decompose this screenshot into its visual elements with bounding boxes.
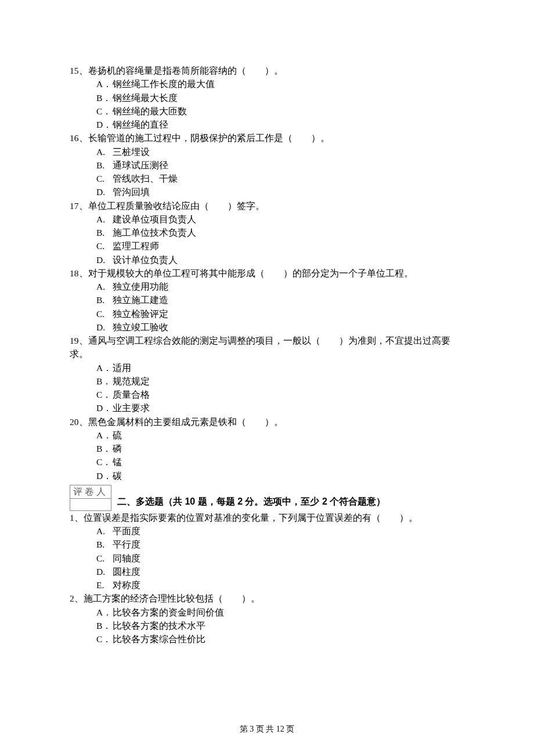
option-letter: C. xyxy=(96,307,113,321)
q-number: 1、 xyxy=(70,513,84,523)
option-b: B.独立施工建造 xyxy=(96,293,464,307)
grader-box: 评卷人 xyxy=(70,485,111,511)
option-c: C．钢丝绳的最大匝数 xyxy=(96,105,464,118)
q-number: 15、 xyxy=(70,66,88,75)
question-15: 15、卷扬机的容绳量是指卷筒所能容纳的（ ）。 A．钢丝绳工作长度的最大值 B．… xyxy=(70,64,464,131)
question-stem: 1、位置误差是指实际要素的位置对基准的变化量，下列属于位置误差的有（ ）。 xyxy=(70,511,464,524)
option-text: 钢丝绳最大长度 xyxy=(113,93,178,103)
option-letter: B. xyxy=(96,293,113,307)
multi-question-1: 1、位置误差是指实际要素的位置对基准的变化量，下列属于位置误差的有（ ）。 A.… xyxy=(70,511,464,592)
question-stem: 16、长输管道的施工过程中，阴极保护的紧后工作是（ ）。 xyxy=(70,131,464,145)
option-letter: B. xyxy=(96,226,113,239)
option-letter: A． xyxy=(96,77,113,91)
option-b: B.平行度 xyxy=(96,538,464,551)
option-c: C.监理工程师 xyxy=(96,239,464,253)
option-text: 独立检验评定 xyxy=(113,309,168,319)
question-17: 17、单位工程质量验收结论应由（ ）签字。 A.建设单位项目负责人 B.施工单位… xyxy=(70,199,464,267)
option-a: A.建设单位项目负责人 xyxy=(96,213,464,226)
option-letter: A. xyxy=(96,145,113,159)
option-b: B．钢丝绳最大长度 xyxy=(96,91,464,105)
option-text: 平面度 xyxy=(113,526,140,536)
grader-blank xyxy=(70,499,111,510)
option-text: 独立施工建造 xyxy=(113,295,168,305)
option-b: B．比较各方案的技术水平 xyxy=(96,619,464,632)
option-text: 同轴度 xyxy=(113,553,140,563)
option-letter: D． xyxy=(96,118,113,131)
option-letter: B. xyxy=(96,159,113,172)
option-letter: B． xyxy=(96,442,113,455)
option-letter: C． xyxy=(96,105,113,118)
question-stem: 20、黑色金属材料的主要组成元素是铁和（ ）。 xyxy=(70,415,464,429)
option-letter: A． xyxy=(96,429,113,442)
option-d: D.圆柱度 xyxy=(96,565,464,578)
grader-label: 评卷人 xyxy=(70,485,111,499)
option-letter: C. xyxy=(96,172,113,185)
option-e: E.对称度 xyxy=(96,578,464,592)
option-letter: C． xyxy=(96,455,113,469)
option-text: 管线吹扫、干燥 xyxy=(113,174,178,183)
option-letter: D. xyxy=(96,185,113,199)
option-letter: A. xyxy=(96,280,113,293)
option-b: B.施工单位技术负责人 xyxy=(96,226,464,239)
q-text: 长输管道的施工过程中，阴极保护的紧后工作是（ ）。 xyxy=(88,133,330,143)
option-a: A.三桩埋设 xyxy=(96,145,464,159)
option-letter: E. xyxy=(96,578,113,592)
option-a: A．适用 xyxy=(96,361,464,375)
section-2-header-row: 评卷人 二、多选题（共 10 题，每题 2 分。选项中，至少 2 个符合题意） xyxy=(70,484,464,511)
option-text: 圆柱度 xyxy=(113,567,140,577)
option-letter: B． xyxy=(96,619,113,632)
page-footer: 第 3 页 共 12 页 xyxy=(0,723,534,735)
option-text: 规范规定 xyxy=(113,376,150,386)
option-letter: D． xyxy=(96,469,113,483)
option-letter: A． xyxy=(96,606,113,619)
option-a: A.独立使用功能 xyxy=(96,280,464,293)
option-d: D．碳 xyxy=(96,469,464,483)
option-text: 对称度 xyxy=(113,580,140,590)
option-text: 独立使用功能 xyxy=(113,282,168,291)
option-text: 设计单位负责人 xyxy=(113,255,178,265)
option-d: D.管沟回填 xyxy=(96,185,464,199)
section-2-title: 二、多选题（共 10 题，每题 2 分。选项中，至少 2 个符合题意） xyxy=(117,495,385,509)
question-19: 19、通风与空调工程综合效能的测定与调整的项目，一般以（ ）为准则，不宜提出过高… xyxy=(70,334,464,415)
option-c: C.同轴度 xyxy=(96,552,464,565)
option-text: 监理工程师 xyxy=(113,241,159,251)
question-16: 16、长输管道的施工过程中，阴极保护的紧后工作是（ ）。 A.三桩埋设 B.通球… xyxy=(70,131,464,199)
option-text: 建设单位项目负责人 xyxy=(113,214,196,224)
option-letter: B． xyxy=(96,375,113,388)
option-a: A．钢丝绳工作长度的最大值 xyxy=(96,77,464,91)
option-a: A．比较各方案的资金时间价值 xyxy=(96,606,464,619)
option-a: A.平面度 xyxy=(96,524,464,538)
option-text: 锰 xyxy=(113,457,122,467)
option-text: 质量合格 xyxy=(113,390,150,399)
q-number: 17、 xyxy=(70,201,88,211)
option-letter: C. xyxy=(96,552,113,565)
question-20: 20、黑色金属材料的主要组成元素是铁和（ ）。 A．硫 B．磷 C．锰 D．碳 xyxy=(70,415,464,483)
option-text: 钢丝绳工作长度的最大值 xyxy=(113,79,215,89)
option-text: 管沟回填 xyxy=(113,187,150,197)
q-number: 2、 xyxy=(70,593,84,603)
option-letter: D. xyxy=(96,253,113,267)
option-text: 三桩埋设 xyxy=(113,147,150,157)
q-text: 卷扬机的容绳量是指卷筒所能容纳的（ ）。 xyxy=(88,66,283,75)
q-number: 19、 xyxy=(70,336,88,345)
q-text: 通风与空调工程综合效能的测定与调整的项目，一般以（ ）为准则，不宜提出过高要求。 xyxy=(70,336,450,359)
question-stem: 15、卷扬机的容绳量是指卷筒所能容纳的（ ）。 xyxy=(70,64,464,77)
option-text: 比较各方案的技术水平 xyxy=(113,621,205,631)
option-letter: D. xyxy=(96,321,113,334)
option-d: D.独立竣工验收 xyxy=(96,321,464,334)
option-c: C.独立检验评定 xyxy=(96,307,464,321)
option-letter: A. xyxy=(96,524,113,538)
question-stem: 2、施工方案的经济合理性比较包括（ ）。 xyxy=(70,592,464,605)
option-b: B．磷 xyxy=(96,442,464,455)
option-c: C．比较各方案综合性价比 xyxy=(96,632,464,646)
option-text: 业主要求 xyxy=(113,403,150,413)
option-c: C．质量合格 xyxy=(96,388,464,401)
option-d: D.设计单位负责人 xyxy=(96,253,464,267)
question-stem: 17、单位工程质量验收结论应由（ ）签字。 xyxy=(70,199,464,213)
option-letter: C． xyxy=(96,388,113,401)
option-d: D．业主要求 xyxy=(96,401,464,415)
question-stem: 19、通风与空调工程综合效能的测定与调整的项目，一般以（ ）为准则，不宜提出过高… xyxy=(70,334,464,361)
q-number: 20、 xyxy=(70,417,88,427)
question-18: 18、对于规模较大的单位工程可将其中能形成（ ）的部分定为一个子单位工程。 A.… xyxy=(70,267,464,334)
option-text: 通球试压测径 xyxy=(113,160,168,170)
